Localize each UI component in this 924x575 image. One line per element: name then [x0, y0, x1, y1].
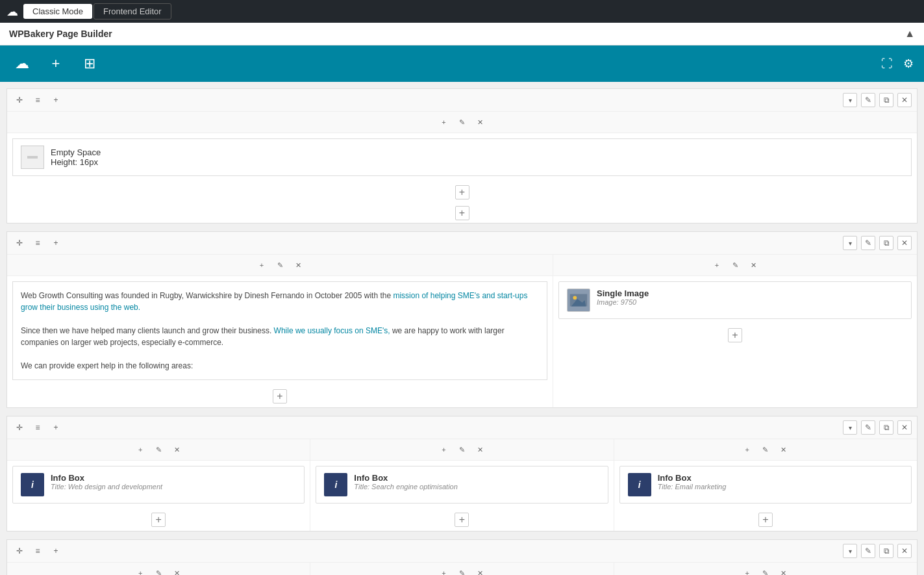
row-3-add-col-icon[interactable]: +: [49, 420, 63, 435]
col-2-1-add-button[interactable]: +: [255, 259, 268, 272]
single-image-subtitle: Image: 9750: [597, 298, 649, 306]
col-4-2-add[interactable]: +: [437, 567, 450, 575]
row-dropdown-button[interactable]: ▾: [843, 93, 857, 107]
row-4-dropdown-button[interactable]: ▾: [843, 544, 857, 558]
col-1-1-controls: + ✎ ✕: [7, 112, 917, 133]
col-3-3-add[interactable]: +: [741, 443, 754, 456]
row-4-drag-icon[interactable]: ✛: [12, 544, 27, 558]
info-box-3-subtitle: Title: Email marketing: [658, 483, 727, 491]
row-2-clone-button[interactable]: ⧉: [879, 236, 893, 250]
col-4-3-add[interactable]: +: [741, 567, 754, 575]
col-3-1-edit[interactable]: ✎: [152, 443, 165, 456]
col-3-3-add-btn-bottom[interactable]: +: [758, 513, 773, 527]
row-3-clone-button[interactable]: ⧉: [879, 420, 893, 435]
row-grid-icon[interactable]: ≡: [31, 93, 45, 107]
row-4-add-col-icon[interactable]: +: [49, 544, 63, 558]
row-4-clone-button[interactable]: ⧉: [879, 544, 893, 558]
col-3-2-controls: + ✎ ✕: [310, 439, 613, 461]
row-drag-icon[interactable]: ✛: [12, 93, 27, 107]
row-2: ✛ ≡ + ▾ ✎ ⧉ ✕ + ✎ ✕ Web Growth Consultin…: [6, 231, 918, 408]
col-3-3-add-row: +: [614, 509, 917, 531]
col-3-3-edit[interactable]: ✎: [759, 443, 772, 456]
row-3-controls: ✛ ≡ + ▾ ✎ ⧉ ✕: [7, 416, 917, 439]
col-1-1-add-button[interactable]: +: [455, 185, 469, 199]
col-4-2-edit[interactable]: ✎: [455, 567, 468, 575]
col-3-2-delete[interactable]: ✕: [473, 443, 486, 456]
empty-space-icon: [21, 146, 44, 169]
row-2-dropdown-button[interactable]: ▾: [843, 236, 857, 250]
col-edit-button[interactable]: ✎: [456, 116, 469, 129]
row-2-grid-icon[interactable]: ≡: [31, 236, 45, 250]
collapse-icon[interactable]: ▲: [905, 28, 915, 40]
frontend-editor-button[interactable]: Frontend Editor: [94, 3, 171, 19]
row-3-edit-button[interactable]: ✎: [861, 420, 875, 435]
col-3-3: + ✎ ✕ i Info Box Title: Email marketing …: [614, 439, 917, 531]
add-element-toolbar-button[interactable]: +: [44, 52, 68, 75]
col-2-1-delete-button[interactable]: ✕: [292, 259, 305, 272]
col-3-2-add-row: +: [310, 509, 613, 531]
row-2-delete-button[interactable]: ✕: [897, 236, 912, 250]
col-2-2-edit-button[interactable]: ✎: [729, 259, 742, 272]
col-3-2-add[interactable]: +: [437, 443, 450, 456]
col-3-2: + ✎ ✕ i Info Box Title: Search engine op…: [310, 439, 614, 531]
row-clone-button[interactable]: ⧉: [879, 93, 893, 107]
text-link-1[interactable]: mission of helping SME's and start-ups g…: [21, 291, 527, 312]
col-2-2-delete-button[interactable]: ✕: [747, 259, 760, 272]
row-4-controls-right: ▾ ✎ ⧉ ✕: [843, 544, 912, 558]
col-4-3-delete[interactable]: ✕: [777, 567, 790, 575]
col-2-1-edit-button[interactable]: ✎: [273, 259, 286, 272]
single-image-widget: Single Image Image: 9750: [558, 281, 912, 319]
row-4-delete-button[interactable]: ✕: [897, 544, 912, 558]
col-2-2-add-button[interactable]: +: [710, 259, 723, 272]
row-delete-button[interactable]: ✕: [897, 93, 912, 107]
row-2-add-col-icon[interactable]: +: [49, 236, 63, 250]
col-4-1: + ✎ ✕ i Info Box Title: Web hosting and …: [7, 563, 310, 575]
info-box-2-text: Info Box Title: Search engine optimisati…: [354, 473, 458, 491]
classic-mode-button[interactable]: Classic Mode: [23, 4, 92, 19]
info-box-3-text: Info Box Title: Email marketing: [658, 473, 727, 491]
row-2-edit-button[interactable]: ✎: [861, 236, 875, 250]
row-edit-button[interactable]: ✎: [861, 93, 875, 107]
col-1-1-add-row: +: [7, 181, 917, 203]
wpb-title: WPBakery Page Builder: [9, 29, 112, 39]
row-3-drag-icon[interactable]: ✛: [12, 420, 27, 435]
col-4-1-edit[interactable]: ✎: [152, 567, 165, 575]
col-delete-button[interactable]: ✕: [474, 116, 487, 129]
row-3-grid-icon[interactable]: ≡: [31, 420, 45, 435]
grid-toolbar-button[interactable]: ⊞: [78, 52, 101, 75]
row-add-col-icon[interactable]: +: [49, 93, 63, 107]
info-box-1-title: Info Box: [51, 473, 162, 483]
row-4-edit-button[interactable]: ✎: [861, 544, 875, 558]
col-2-1-add-button-bottom[interactable]: +: [273, 389, 287, 403]
settings-button[interactable]: ⚙: [903, 57, 914, 71]
row-3-dropdown-button[interactable]: ▾: [843, 420, 857, 435]
row-1-controls: ✛ ≡ + ▾ ✎ ⧉ ✕: [7, 89, 917, 112]
col-3-2-add-btn-bottom[interactable]: +: [455, 513, 469, 527]
info-box-1-icon: i: [21, 473, 44, 496]
col-2-1: + ✎ ✕ Web Growth Consulting was founded …: [7, 255, 553, 407]
empty-space-text: Empty Space Height: 16px: [51, 147, 101, 167]
text-content-block: Web Growth Consulting was founded in Rug…: [12, 281, 547, 380]
col-2-1-controls: + ✎ ✕: [7, 255, 553, 276]
col-3-1-delete[interactable]: ✕: [170, 443, 183, 456]
col-4-3-edit[interactable]: ✎: [759, 567, 772, 575]
text-link-2[interactable]: While we usually focus on SME's,: [274, 326, 390, 335]
row-2-drag-icon[interactable]: ✛: [12, 236, 27, 250]
col-4-1-delete[interactable]: ✕: [170, 567, 183, 575]
col-4-2-delete[interactable]: ✕: [473, 567, 486, 575]
fullwidth-button[interactable]: ⛶: [881, 57, 893, 71]
col-add-button[interactable]: +: [438, 116, 451, 129]
cloud-toolbar-icon[interactable]: ☁: [10, 52, 34, 75]
col-3-1-add[interactable]: +: [134, 443, 147, 456]
single-image-title: Single Image: [597, 288, 649, 298]
col-3-1-add-btn-bottom[interactable]: +: [151, 513, 166, 527]
col-3-2-edit[interactable]: ✎: [455, 443, 468, 456]
row-1-add-row-button[interactable]: +: [455, 206, 469, 220]
col-3-3-delete[interactable]: ✕: [777, 443, 790, 456]
text-para-3: We can provide expert help in the follow…: [21, 360, 539, 372]
col-4-1-add[interactable]: +: [134, 567, 147, 575]
row-4-grid-icon[interactable]: ≡: [31, 544, 45, 558]
row-3-delete-button[interactable]: ✕: [897, 420, 912, 435]
col-3-3-controls: + ✎ ✕: [614, 439, 917, 461]
col-2-2-add-button-bottom[interactable]: +: [728, 328, 742, 342]
